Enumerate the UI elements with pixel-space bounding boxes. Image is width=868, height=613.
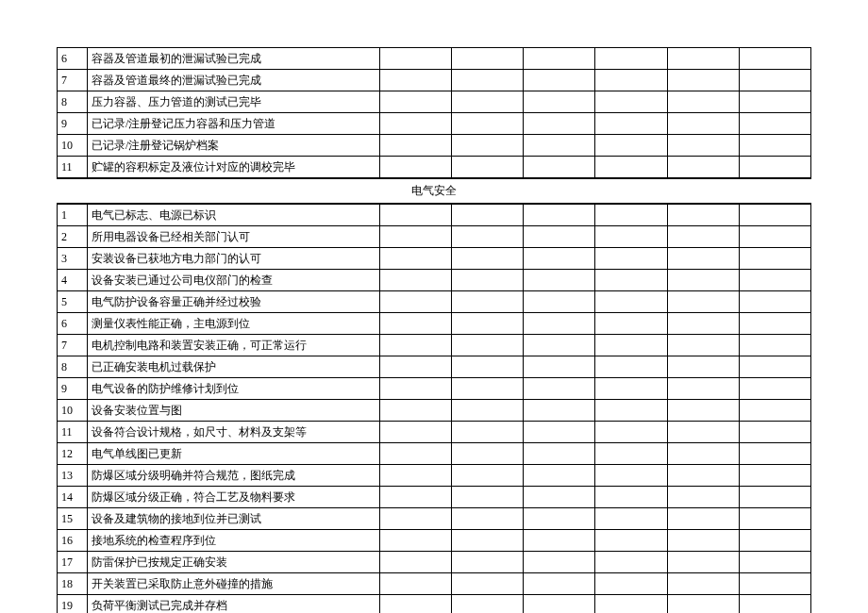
empty-cell — [595, 487, 667, 508]
empty-cell — [380, 487, 452, 508]
empty-cell — [739, 487, 810, 508]
row-description: 开关装置已采取防止意外碰撞的措施 — [88, 573, 380, 595]
table-row: 2所用电器设备已经相关部门认可 — [58, 226, 811, 248]
empty-cell — [380, 443, 452, 465]
row-description: 防雷保护已按规定正确安装 — [88, 552, 380, 573]
row-description: 电气设备的防护维修计划到位 — [88, 378, 380, 400]
empty-cell — [380, 465, 452, 487]
empty-cell — [595, 113, 667, 135]
empty-cell — [595, 226, 667, 248]
empty-cell — [739, 48, 810, 70]
empty-cell — [524, 270, 595, 291]
empty-cell — [667, 465, 739, 487]
empty-cell — [739, 91, 810, 113]
empty-cell — [452, 356, 524, 378]
empty-cell — [524, 378, 595, 400]
row-number: 8 — [58, 356, 88, 378]
empty-cell — [595, 157, 667, 178]
empty-cell — [667, 205, 739, 226]
table-row: 1电气已标志、电源已标识 — [58, 205, 811, 226]
empty-cell — [739, 335, 810, 356]
empty-cell — [380, 356, 452, 378]
empty-cell — [452, 135, 524, 157]
row-number: 2 — [58, 226, 88, 248]
empty-cell — [524, 157, 595, 178]
table-row: 19负荷平衡测试已完成并存档 — [58, 595, 811, 614]
empty-cell — [452, 48, 524, 70]
empty-cell — [524, 135, 595, 157]
empty-cell — [524, 113, 595, 135]
empty-cell — [595, 443, 667, 465]
empty-cell — [739, 530, 810, 552]
empty-cell — [595, 135, 667, 157]
empty-cell — [595, 400, 667, 422]
empty-cell — [524, 573, 595, 595]
empty-cell — [739, 378, 810, 400]
empty-cell — [452, 91, 524, 113]
row-number: 8 — [58, 91, 88, 113]
empty-cell — [380, 313, 452, 335]
row-description: 电气防护设备容量正确并经过校验 — [88, 291, 380, 313]
empty-cell — [739, 508, 810, 530]
table-row: 5电气防护设备容量正确并经过校验 — [58, 291, 811, 313]
empty-cell — [667, 291, 739, 313]
section-header-electrical: 电气安全 — [57, 179, 811, 204]
empty-cell — [452, 443, 524, 465]
empty-cell — [595, 465, 667, 487]
empty-cell — [380, 91, 452, 113]
row-description: 测量仪表性能正确，主电源到位 — [88, 313, 380, 335]
empty-cell — [667, 248, 739, 270]
empty-cell — [739, 270, 810, 291]
table-row: 9电气设备的防护维修计划到位 — [58, 378, 811, 400]
empty-cell — [739, 226, 810, 248]
empty-cell — [739, 552, 810, 573]
checklist-section-2: 1电气已标志、电源已标识2所用电器设备已经相关部门认可3安装设备已获地方电力部门… — [57, 204, 811, 613]
row-number: 16 — [58, 530, 88, 552]
table-row: 10设备安装位置与图 — [58, 400, 811, 422]
checklist-section-1: 6容器及管道最初的泄漏试验已完成7容器及管道最终的泄漏试验已完成8压力容器、压力… — [57, 47, 811, 178]
empty-cell — [739, 422, 810, 443]
empty-cell — [524, 91, 595, 113]
empty-cell — [524, 487, 595, 508]
row-number: 15 — [58, 508, 88, 530]
empty-cell — [739, 113, 810, 135]
row-number: 6 — [58, 48, 88, 70]
table-row: 10已记录/注册登记锅炉档案 — [58, 135, 811, 157]
empty-cell — [452, 465, 524, 487]
table-row: 7电机控制电路和装置安装正确，可正常运行 — [58, 335, 811, 356]
empty-cell — [667, 335, 739, 356]
empty-cell — [667, 443, 739, 465]
empty-cell — [667, 530, 739, 552]
table-row: 15设备及建筑物的接地到位并已测试 — [58, 508, 811, 530]
empty-cell — [667, 356, 739, 378]
empty-cell — [595, 313, 667, 335]
row-number: 7 — [58, 70, 88, 91]
empty-cell — [667, 487, 739, 508]
row-number: 1 — [58, 205, 88, 226]
row-number: 17 — [58, 552, 88, 573]
table-row: 12电气单线图已更新 — [58, 443, 811, 465]
empty-cell — [524, 335, 595, 356]
empty-cell — [595, 48, 667, 70]
row-description: 负荷平衡测试已完成并存档 — [88, 595, 380, 614]
empty-cell — [380, 48, 452, 70]
empty-cell — [380, 552, 452, 573]
empty-cell — [380, 248, 452, 270]
empty-cell — [667, 70, 739, 91]
empty-cell — [380, 291, 452, 313]
empty-cell — [595, 422, 667, 443]
row-number: 10 — [58, 400, 88, 422]
empty-cell — [380, 270, 452, 291]
row-number: 9 — [58, 113, 88, 135]
section-header-table: 电气安全 — [57, 178, 811, 204]
table-row: 7容器及管道最终的泄漏试验已完成 — [58, 70, 811, 91]
empty-cell — [452, 552, 524, 573]
table-row: 3安装设备已获地方电力部门的认可 — [58, 248, 811, 270]
table-row: 11贮罐的容积标定及液位计对应的调校完毕 — [58, 157, 811, 178]
empty-cell — [667, 422, 739, 443]
row-description: 设备安装位置与图 — [88, 400, 380, 422]
empty-cell — [524, 400, 595, 422]
empty-cell — [667, 313, 739, 335]
empty-cell — [524, 205, 595, 226]
empty-cell — [595, 291, 667, 313]
